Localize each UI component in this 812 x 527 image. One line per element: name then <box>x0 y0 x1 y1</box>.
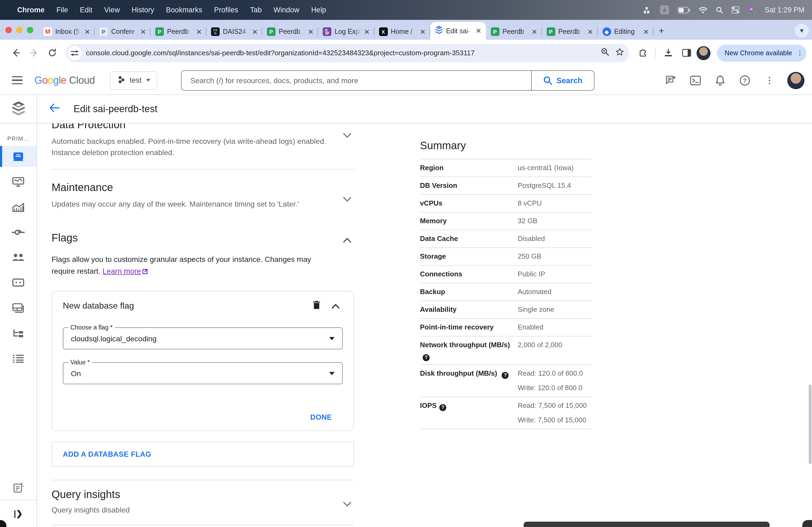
menu-clock[interactable]: Sat 1:29 PM <box>765 6 804 14</box>
sidebar-item-system-insights[interactable] <box>0 171 37 192</box>
expand-data-protection-chevron-icon[interactable] <box>343 131 351 140</box>
tab-log-explorer[interactable]: 🐕 Log Expl✕ <box>318 24 374 40</box>
sidebar-item-users[interactable] <box>0 247 37 268</box>
close-icon[interactable]: ✕ <box>140 28 146 35</box>
delete-flag-trash-icon[interactable] <box>313 301 320 311</box>
app-menu-icon[interactable] <box>660 5 669 15</box>
tab-edit-sai-active[interactable]: Edit sai-✕ <box>430 22 486 40</box>
wifi-icon[interactable] <box>698 7 707 13</box>
tab-peerdb-2[interactable]: P Peerdb✕ <box>262 24 318 40</box>
gemini-assist-icon[interactable] <box>661 70 681 90</box>
choose-flag-select[interactable]: Choose a flag * cloudsql.logical_decodin… <box>63 327 343 349</box>
menu-view[interactable]: View <box>104 6 120 14</box>
google-cloud-logo[interactable]: Google Cloud <box>34 74 95 86</box>
minimize-window-button[interactable] <box>16 27 23 33</box>
control-center-icon[interactable] <box>731 6 739 13</box>
menu-edit[interactable]: Edit <box>80 6 93 14</box>
new-tab-button[interactable]: + <box>659 26 664 36</box>
notifications-bell-icon[interactable] <box>710 70 730 90</box>
menu-file[interactable]: File <box>56 6 68 14</box>
menu-window[interactable]: Window <box>274 6 300 14</box>
zoom-icon[interactable] <box>601 48 609 58</box>
help-icon[interactable]: ? <box>423 354 430 361</box>
tab-peerdb-3[interactable]: P Peerdb✕ <box>486 24 541 40</box>
site-info-icon[interactable] <box>68 46 82 60</box>
url-text[interactable]: console.cloud.google.com/sql/instances/s… <box>86 49 596 57</box>
tab-dais24[interactable]: DAIS DAIS24✕ <box>206 24 262 40</box>
tab-inbox[interactable]: M Inbox (5✕ <box>39 24 95 40</box>
cloud-sql-product-icon[interactable] <box>0 95 37 123</box>
close-icon[interactable]: ✕ <box>587 28 593 35</box>
tab-conference[interactable]: P Confere✕ <box>95 24 150 40</box>
more-options-icon[interactable]: ⋮ <box>796 49 803 57</box>
peerdb-icon: P <box>547 27 555 36</box>
back-icon[interactable] <box>8 45 24 61</box>
cloud-search-bar[interactable]: Search <box>181 70 595 90</box>
tab-peerdb-1[interactable]: P Peerdb✕ <box>150 24 206 40</box>
more-vert-icon[interactable]: ⋮ <box>759 70 780 90</box>
add-database-flag-button[interactable]: ADD A DATABASE FLAG <box>52 442 354 466</box>
stats-menu-icon[interactable] <box>644 6 651 14</box>
search-button[interactable]: Search <box>532 71 594 90</box>
spotlight-search-icon[interactable] <box>715 6 723 13</box>
zoom-window-button[interactable] <box>27 27 33 33</box>
side-panel-icon[interactable] <box>678 45 694 61</box>
scrollbar-thumb[interactable] <box>809 385 811 464</box>
back-arrow-icon[interactable] <box>49 103 60 115</box>
learn-more-link[interactable]: Learn more <box>103 267 141 275</box>
sidebar-item-backups[interactable] <box>0 297 37 318</box>
tab-peerdb-4[interactable]: P Peerdb✕ <box>541 24 597 40</box>
project-selector[interactable]: test <box>110 71 158 89</box>
browser-profile-avatar[interactable] <box>697 46 710 60</box>
close-icon[interactable]: ✕ <box>196 28 202 35</box>
close-icon[interactable]: ✕ <box>84 28 90 35</box>
done-button[interactable]: DONE <box>310 413 332 421</box>
help-icon[interactable]: ? <box>502 372 509 379</box>
close-icon[interactable]: ✕ <box>252 28 258 35</box>
account-avatar[interactable] <box>787 72 804 89</box>
menu-profiles[interactable]: Profiles <box>214 6 238 14</box>
close-icon[interactable]: ✕ <box>308 28 314 35</box>
cloud-shell-icon[interactable] <box>685 70 706 90</box>
sidebar-item-query-insights[interactable] <box>0 196 37 217</box>
chrome-tab-strip: M Inbox (5✕ P Confere✕ P Peerdb✕ DAIS DA… <box>0 20 812 40</box>
extensions-icon[interactable] <box>635 45 651 61</box>
menu-help[interactable]: Help <box>311 6 326 14</box>
address-bar[interactable]: console.cloud.google.com/sql/instances/s… <box>66 44 629 62</box>
close-icon[interactable]: ✕ <box>420 28 425 35</box>
collapse-flag-card-chevron-icon[interactable] <box>332 301 339 311</box>
tab-editing[interactable]: ◆ Editing✕ <box>597 24 653 40</box>
flag-value-select[interactable]: Value * On <box>63 362 343 384</box>
bookmark-star-icon[interactable] <box>615 47 624 58</box>
expand-query-insights-chevron-icon[interactable] <box>343 499 351 509</box>
chrome-update-button[interactable]: New Chrome available ⋮ <box>717 44 807 61</box>
sidebar-item-connections[interactable] <box>0 222 37 243</box>
close-icon[interactable]: ✕ <box>476 27 481 34</box>
battery-icon[interactable] <box>678 7 690 13</box>
forward-icon[interactable] <box>26 45 42 61</box>
collapse-flags-chevron-icon[interactable] <box>343 235 351 245</box>
sidebar-item-databases[interactable] <box>0 272 37 293</box>
help-icon[interactable]: ? <box>439 404 446 411</box>
sidebar-item-operations[interactable] <box>0 348 37 369</box>
siri-icon[interactable] <box>748 6 756 14</box>
nav-menu-icon[interactable] <box>12 71 30 89</box>
tab-x-home[interactable]: X Home /✕ <box>374 24 430 40</box>
search-input[interactable] <box>182 71 531 90</box>
tab-search-chevron[interactable]: ▼ <box>795 24 809 37</box>
close-icon[interactable]: ✕ <box>643 28 649 35</box>
menu-tab[interactable]: Tab <box>250 6 262 14</box>
reload-icon[interactable] <box>44 45 60 61</box>
close-icon[interactable]: ✕ <box>364 28 370 35</box>
close-icon[interactable]: ✕ <box>532 28 537 35</box>
help-icon[interactable]: ? <box>735 70 755 90</box>
sidebar-item-release-notes[interactable] <box>0 475 37 500</box>
menu-bookmarks[interactable]: Bookmarks <box>166 6 202 14</box>
close-window-button[interactable] <box>5 27 12 33</box>
sidebar-item-overview[interactable] <box>0 146 37 167</box>
downloads-icon[interactable] <box>660 45 676 61</box>
sidebar-item-replicas[interactable] <box>0 322 37 344</box>
menu-history[interactable]: History <box>132 6 154 14</box>
menu-chrome[interactable]: Chrome <box>17 6 45 14</box>
expand-maintenance-chevron-icon[interactable] <box>343 194 351 204</box>
